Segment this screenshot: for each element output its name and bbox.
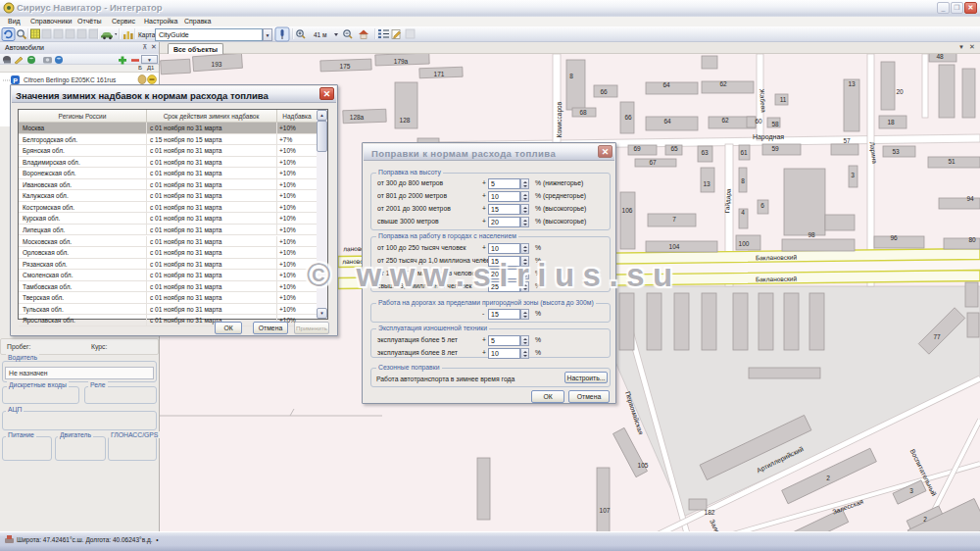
svg-text:8: 8 — [569, 73, 573, 79]
svg-text:P: P — [13, 77, 18, 84]
svg-text:2: 2 — [826, 475, 830, 481]
svg-text:80: 80 — [968, 236, 976, 243]
svg-text:66: 66 — [624, 114, 632, 121]
svg-text:Баклановский: Баклановский — [756, 254, 798, 262]
svg-text:94: 94 — [966, 195, 974, 202]
svg-text:65: 65 — [670, 145, 678, 152]
svg-text:48: 48 — [936, 54, 944, 60]
svg-text:20: 20 — [896, 88, 904, 95]
svg-text:18: 18 — [887, 119, 895, 125]
svg-text:3: 3 — [851, 172, 855, 178]
svg-text:Комиссаров: Комиссаров — [556, 101, 564, 137]
svg-text:67: 67 — [649, 159, 657, 166]
svg-text:7: 7 — [672, 216, 676, 223]
svg-text:107: 107 — [600, 507, 611, 514]
svg-text:61: 61 — [740, 149, 748, 156]
svg-text:6: 6 — [760, 202, 764, 209]
svg-text:69: 69 — [633, 145, 641, 152]
svg-text:100: 100 — [739, 240, 750, 247]
svg-text:105: 105 — [638, 462, 649, 469]
svg-text:3: 3 — [909, 487, 913, 494]
svg-text:62: 62 — [721, 117, 729, 124]
svg-text:68: 68 — [579, 109, 587, 116]
svg-text:66: 66 — [600, 88, 608, 95]
svg-text:106: 106 — [622, 207, 633, 214]
svg-text:57: 57 — [843, 137, 851, 144]
svg-text:64: 64 — [663, 118, 671, 125]
svg-text:128: 128 — [400, 117, 411, 124]
svg-text:13: 13 — [848, 80, 856, 87]
svg-text:Баклановский: Баклановский — [756, 276, 798, 283]
svg-text:98: 98 — [808, 231, 815, 238]
svg-text:4: 4 — [741, 209, 745, 216]
svg-text:96: 96 — [890, 234, 898, 241]
svg-text:53: 53 — [892, 148, 900, 155]
svg-text:63: 63 — [701, 149, 709, 156]
svg-text:Народная: Народная — [753, 133, 784, 141]
svg-text:77: 77 — [933, 333, 941, 340]
svg-text:193: 193 — [212, 61, 222, 68]
svg-text:51: 51 — [948, 158, 956, 165]
svg-text:58: 58 — [771, 121, 779, 127]
svg-text:64: 64 — [662, 81, 670, 88]
svg-text:60: 60 — [755, 118, 762, 125]
svg-text:59: 59 — [771, 145, 779, 152]
svg-text:104: 104 — [669, 243, 680, 250]
svg-text:128а: 128а — [350, 114, 365, 121]
svg-text:8: 8 — [741, 177, 745, 184]
svg-text:175: 175 — [340, 63, 351, 70]
svg-text:62: 62 — [719, 80, 727, 87]
svg-text:171: 171 — [434, 71, 445, 77]
svg-text:11: 11 — [780, 96, 787, 103]
svg-text:182: 182 — [705, 509, 715, 516]
svg-text:179а: 179а — [394, 58, 409, 65]
svg-text:13: 13 — [703, 180, 710, 187]
